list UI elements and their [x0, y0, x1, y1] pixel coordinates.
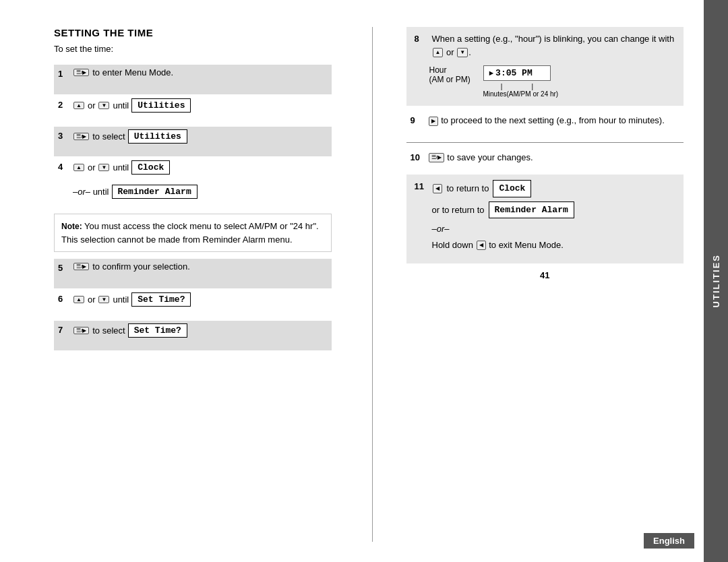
column-divider — [372, 27, 373, 542]
step-7-row: 7 ☰/▶ to select Set Time? — [54, 321, 332, 350]
tick-mark2: | — [532, 83, 534, 90]
page-container: UTILITIES SETTING THE TIME To set the ti… — [0, 0, 728, 562]
main-content: SETTING THE TIME To set the time: 1 ☰/▶ … — [0, 0, 704, 562]
subtitle: To set the time: — [54, 44, 332, 54]
step-11-text2: or to return to — [432, 204, 485, 217]
step-2-row: 2 ▲ or ▼ until Utilities — [54, 96, 332, 125]
step-9-content: 9 ▶ to proceed to the next setting (e.g.… — [411, 114, 680, 127]
step-4-num: 4 — [58, 162, 70, 172]
time-diagram-row1: Hour (AM or PM) ► 3:05 PM | — [429, 65, 676, 98]
step-6-until: until — [113, 294, 129, 305]
up-arrow-icon-8: ▲ — [433, 48, 444, 57]
step-4-or-row: –or– until Reminder Alarm — [58, 185, 328, 199]
minutes-indicator: | Minutes — [483, 83, 507, 98]
back-icon-hold: ◀ — [477, 241, 486, 250]
step-7-text: to select — [92, 325, 125, 336]
step-7-content: 7 ☰/▶ to select Set Time? — [58, 323, 328, 342]
section-title: SETTING THE TIME — [54, 27, 332, 38]
clock-box-2: Clock — [493, 180, 531, 197]
ampm-label: (AM or PM) — [429, 75, 477, 84]
tick-mark: | — [501, 83, 503, 90]
reminder-alarm-box-2: Reminder Alarm — [489, 201, 574, 219]
step-11-text1: to return to — [447, 182, 489, 195]
up-arrow-icon-4: ▲ — [73, 164, 84, 171]
hold-text: Hold down — [432, 240, 473, 250]
step-3-content: 3 ☰/▶ to select Utilities — [58, 129, 328, 148]
step-4-body: ▲ or ▼ until Clock — [73, 160, 328, 175]
hour-label: Hour (AM or PM) — [429, 65, 477, 84]
up-arrow-icon-6: ▲ — [73, 296, 84, 303]
minutes-label: Minutes — [483, 90, 507, 98]
step-2-num: 2 — [58, 100, 70, 110]
ampm24-indicator: | (AM/PM or 24 hr) — [507, 83, 559, 98]
step-5-row: 5 ☰/▶ to confirm your selection. — [54, 259, 332, 288]
time-sub-row: | Minutes | (AM/PM or 24 hr) — [483, 83, 559, 98]
step-11-or: –or– — [432, 222, 676, 236]
menu-icon-10: ☰/▶ — [429, 153, 444, 162]
step-10-num: 10 — [411, 152, 425, 162]
step-1-row: 1 ☰/▶ to enter Menu Mode. — [54, 65, 332, 94]
menu-icon-5: ☰/▶ — [73, 263, 89, 270]
step-9-row: 9 ▶ to proceed to the next setting (e.g.… — [406, 111, 684, 137]
reminder-alarm-box-1: Reminder Alarm — [112, 185, 198, 199]
sidebar-label: UTILITIES — [711, 254, 721, 307]
step-8-num: 8 — [415, 34, 429, 44]
time-value: 3:05 PM — [495, 68, 533, 78]
step-2-content: 2 ▲ or ▼ until Utilities — [58, 98, 328, 117]
step-11-section: 11 ◀ to return to Clock or to return to … — [406, 175, 684, 263]
step-8-text: When a setting (e.g., "hour") is blinkin… — [432, 34, 675, 44]
step-2-until: until — [113, 100, 129, 111]
step-4-row: 4 ▲ or ▼ until Clock –or– until — [54, 158, 332, 207]
hold-end: to exit Menu Mode. — [489, 240, 564, 250]
step-8-or: or — [446, 47, 456, 57]
step-2-or: or — [88, 100, 96, 111]
step-5-body: ☰/▶ to confirm your selection. — [73, 261, 328, 272]
step-6-content: 6 ▲ or ▼ until Set Time? — [58, 292, 328, 311]
step-4-or-content: –or– until Reminder Alarm — [73, 185, 198, 199]
step-8-section: 8 When a setting (e.g., "hour") is blink… — [406, 27, 684, 106]
set-time-box-2: Set Time? — [128, 323, 187, 338]
step-1-num: 1 — [58, 69, 70, 79]
down-arrow-icon-8: ▼ — [457, 48, 468, 57]
hour-text: Hour — [429, 65, 477, 75]
up-arrow-icon-2: ▲ — [73, 102, 84, 109]
step-3-body: ☰/▶ to select Utilities — [73, 129, 328, 144]
utilities-box-1: Utilities — [131, 98, 191, 113]
two-col-layout: SETTING THE TIME To set the time: 1 ☰/▶ … — [54, 27, 684, 542]
step-3-num: 3 — [58, 131, 70, 141]
utilities-box-2: Utilities — [128, 129, 187, 144]
menu-icon-7: ☰/▶ — [73, 327, 89, 334]
down-arrow-icon-4: ▼ — [98, 164, 109, 171]
step-1-text: to enter Menu Mode. — [92, 67, 173, 77]
cursor-arrow-icon: ► — [489, 69, 494, 77]
back-icon-11: ◀ — [433, 184, 442, 193]
step-11-hold: Hold down ◀ to exit Menu Mode. — [432, 239, 676, 252]
play-icon-9: ▶ — [429, 117, 438, 126]
time-display-area: ► 3:05 PM | Minutes | — [483, 65, 559, 98]
step-6-body: ▲ or ▼ until Set Time? — [73, 292, 328, 307]
step-4-until: until — [113, 162, 129, 173]
step-8-row: 8 When a setting (e.g., "hour") is blink… — [415, 32, 676, 59]
step-9-body: ▶ to proceed to the next setting (e.g., … — [428, 114, 680, 127]
set-time-box-1: Set Time? — [131, 292, 191, 307]
step-3-text: to select — [92, 131, 125, 142]
step-2-body: ▲ or ▼ until Utilities — [73, 98, 328, 113]
step-4-or: or — [88, 162, 96, 173]
right-column: 8 When a setting (e.g., "hour") is blink… — [400, 27, 684, 542]
divider-10 — [406, 142, 684, 143]
step-10-text: to save your changes. — [447, 152, 533, 162]
step-8-body: When a setting (e.g., "hour") is blinkin… — [432, 32, 676, 59]
sidebar: UTILITIES — [704, 0, 728, 562]
step-10-body: ☰/▶ to save your changes. — [428, 151, 680, 164]
note-box: Note: You must access the clock menu to … — [54, 214, 332, 252]
clock-box-1: Clock — [131, 160, 170, 175]
step-1-body: ☰/▶ to enter Menu Mode. — [73, 67, 328, 77]
ampm24-label: (AM/PM or 24 hr) — [507, 90, 559, 98]
step-11-body: ◀ to return to Clock or to return to Rem… — [432, 180, 676, 251]
step-11-return2: or to return to Reminder Alarm — [432, 201, 676, 219]
menu-icon-1: ☰/▶ — [73, 69, 89, 76]
down-arrow-icon-6: ▼ — [98, 296, 109, 303]
page-number: 41 — [406, 270, 684, 280]
note-label: Note: — [61, 222, 82, 231]
note-text: You must access the clock menu to select… — [61, 221, 319, 245]
